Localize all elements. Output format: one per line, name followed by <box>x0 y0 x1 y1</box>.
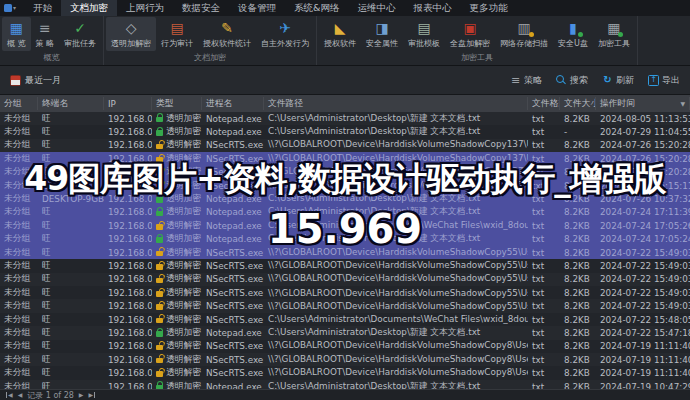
menu-item-6[interactable]: 运维中心 <box>348 0 404 16</box>
cell-6: txt <box>528 221 560 231</box>
table-row[interactable]: 未分组旺192.168.0.8透明解密Notepad.exeC:\Users\A… <box>0 219 690 232</box>
table-row[interactable]: 未分组旺192.168.0.8透明加密Notepad.exeC:\Users\A… <box>0 380 690 389</box>
cell-1: 旺 <box>38 233 104 245</box>
ribbon-button-1-3[interactable]: ✈自主外发行为 <box>256 17 314 51</box>
ribbon-button-label: 策 略 <box>36 38 55 49</box>
filter-action-0[interactable]: ≡策略 <box>510 74 542 87</box>
ribbon-button-2-5[interactable]: ▮安全U盘 <box>553 17 593 51</box>
ribbon-button-0-1[interactable]: ≡策 略 <box>31 17 60 51</box>
table-row[interactable]: 未分组旺192.168.0.8透明解密NSecRTS.exe\\?\GLOBAL… <box>0 179 690 192</box>
menu-item-4[interactable]: 设备管理 <box>229 0 285 16</box>
table-row[interactable]: 未分组旺192.168.0.8透明解密NSecRTS.exe\\?\GLOBAL… <box>0 340 690 353</box>
table-row[interactable]: 未分组旺192.168.0.8透明解密NSecRTS.exe\\?\GLOBAL… <box>0 273 690 286</box>
table-row[interactable]: 未分组旺192.168.0.8透明解密NSecRTS.exe\\?\GLOBAL… <box>0 259 690 272</box>
ribbon-button-2-1[interactable]: ◨安全属性 <box>361 17 403 51</box>
table-row[interactable]: 未分组旺192.168.0.8透明解密NSecRTS.exe\\?\GLOBAL… <box>0 366 690 379</box>
menu-item-2[interactable]: 上网行为 <box>117 0 173 16</box>
table-row[interactable]: 未分组旺192.168.0.8透明加密Notepad.exeC:\Users\A… <box>0 326 690 339</box>
column-header-1[interactable]: 终端名 <box>38 97 104 110</box>
cell-6: txt <box>528 288 560 298</box>
table-row[interactable]: 未分组旺192.168.0.8透明加密Notepad.exeC:\Users\A… <box>0 112 690 125</box>
ribbon-button-2-0[interactable]: ◣授权软件 <box>319 17 361 51</box>
app-menu-button[interactable]: ▾ <box>4 4 16 12</box>
prev-page-button[interactable]: ◀ <box>18 392 23 398</box>
menu-item-3[interactable]: 数据安全 <box>173 0 229 16</box>
cell-0: 未分组 <box>0 193 38 205</box>
cell-4: Notepad.exe <box>202 382 264 390</box>
table-row[interactable]: 未分组旺192.168.0.8透明解密NSecRTS.exe\\?\GLOBAL… <box>0 166 690 179</box>
table-row[interactable]: 未分组旺192.168.0.8透明加密Notepad.exeC:\Users\A… <box>0 233 690 246</box>
cell-3: 透明解密 <box>152 287 202 299</box>
table-row[interactable]: 未分组旺192.168.0.8透明解密NSecRTS.exe\\?\GLOBAL… <box>0 139 690 152</box>
cell-2: 192.168.0.8 <box>104 261 152 271</box>
cell-6: txt <box>528 274 560 284</box>
ribbon-button-1-1[interactable]: ▤行为审计 <box>156 17 198 51</box>
table-row[interactable]: 未分组旺192.168.0.8透明加密Notepad.exeC:\Users\A… <box>0 206 690 219</box>
column-header-0[interactable]: 分组 <box>0 97 38 110</box>
cell-0: 未分组 <box>0 273 38 285</box>
cell-2: 192.168.0.8 <box>104 207 152 217</box>
ribbon-button-2-2[interactable]: ▤审批模板 <box>403 17 445 51</box>
cell-4: NSecRTS.exe <box>202 288 264 298</box>
type-label: 透明解密 <box>166 354 201 366</box>
ribbon-button-2-6[interactable]: ▦加密工具 <box>593 17 635 51</box>
ribbon-button-2-3[interactable]: ▣全盘加解密 <box>445 17 495 51</box>
cell-5: \\?\GLOBALROOT\Device\HarddiskVolumeShad… <box>264 180 528 192</box>
lock-open-icon <box>156 157 163 163</box>
filter-bar: 最近一月 ≡策略搜索↻刷新↑导出 <box>0 66 690 95</box>
cell-1: 旺 <box>38 354 104 366</box>
column-header-3[interactable]: 类型 <box>152 97 202 110</box>
cell-6: txt <box>528 114 560 124</box>
cell-7: 8.2KB <box>560 368 596 378</box>
column-header-7[interactable]: 文件大小 <box>560 97 596 110</box>
type-label: 透明加密 <box>166 327 201 339</box>
cell-7: 8.2KB <box>560 167 596 177</box>
cell-5: \\?\GLOBALROOT\Device\HarddiskVolumeShad… <box>264 153 528 165</box>
column-header-6[interactable]: 文件格式 <box>528 97 560 110</box>
ribbon-button-2-4[interactable]: ▥网络存储扫描 <box>495 17 553 51</box>
menu-item-8[interactable]: 更多功能 <box>460 0 516 16</box>
cell-0: 未分组 <box>0 113 38 125</box>
cell-6: txt <box>528 341 560 351</box>
ribbon-group-buttons: ▦概 览≡策 略✓审批任务 <box>2 17 101 51</box>
column-header-2[interactable]: IP <box>104 97 152 110</box>
cell-8: 2024-07-26 15:20:28 <box>596 154 690 164</box>
menu-item-0[interactable]: 开始 <box>24 0 61 16</box>
table-row[interactable]: 未分组DESKTOP-9GBNV06192.168.0.6透明加密Notepad… <box>0 192 690 205</box>
menu-item-5[interactable]: 系统&网络 <box>285 0 348 16</box>
ribbon-button-0-2[interactable]: ✓审批任务 <box>59 17 101 51</box>
cell-4: NSecRTS.exe <box>202 167 264 177</box>
table-row[interactable]: 未分组旺192.168.0.8透明加密Notepad.exeC:\Users\A… <box>0 125 690 138</box>
table-row[interactable]: 未分组旺192.168.0.8透明解密NSecRTS.exeC:\Users\A… <box>0 313 690 326</box>
last-page-button[interactable]: ▶ <box>88 392 95 398</box>
lock-open-icon <box>156 345 163 351</box>
cell-0: 未分组 <box>0 381 38 390</box>
date-range-filter[interactable]: 最近一月 <box>10 74 61 87</box>
column-header-5[interactable]: 文件路径 <box>264 97 528 110</box>
cell-5: \\?\GLOBALROOT\Device\HarddiskVolumeShad… <box>264 301 528 311</box>
menu-item-7[interactable]: 报表中心 <box>404 0 460 16</box>
filter-action-1[interactable]: 搜索 <box>556 74 588 87</box>
cell-5: \\?\GLOBALROOT\Device\HarddiskVolumeShad… <box>264 354 528 366</box>
filter-action-3[interactable]: ↑导出 <box>648 74 680 87</box>
table-row[interactable]: 未分组旺192.168.0.8透明解密NSecRTS.exe\\?\GLOBAL… <box>0 152 690 165</box>
type-label: 透明解密 <box>166 247 201 259</box>
menu-item-1[interactable]: 文档加密 <box>61 0 117 16</box>
filter-action-2[interactable]: ↻刷新 <box>602 74 634 87</box>
table-row[interactable]: 未分组旺192.168.0.8透明解密NSecRTS.exe\\?\GLOBAL… <box>0 353 690 366</box>
ribbon-button-1-0[interactable]: ◇透明加解密 <box>106 17 156 51</box>
first-page-button[interactable]: ◀ <box>6 392 13 398</box>
table-row[interactable]: 未分组旺192.168.0.8透明解密NSecRTS.exe\\?\GLOBAL… <box>0 286 690 299</box>
filter-action-label: 刷新 <box>616 74 634 87</box>
column-header-8[interactable]: 操作时间▼ <box>596 97 690 110</box>
cell-4: Notepad.exe <box>202 207 264 217</box>
cell-0: 未分组 <box>0 220 38 232</box>
next-page-button[interactable]: ▶ <box>79 392 84 398</box>
ribbon-button-1-2[interactable]: ✎授权软件统计 <box>198 17 256 51</box>
table-row[interactable]: 未分组旺192.168.0.8透明解密NSecRTS.exe\\?\GLOBAL… <box>0 299 690 312</box>
refresh-icon: ↻ <box>602 75 613 86</box>
column-header-4[interactable]: 进程名 <box>202 97 264 110</box>
table-row[interactable]: 未分组旺192.168.0.8透明解密NSecRTS.exe\\?\GLOBAL… <box>0 246 690 259</box>
ribbon-button-0-0[interactable]: ▦概 览 <box>2 17 31 51</box>
type-label: 透明解密 <box>166 180 201 192</box>
